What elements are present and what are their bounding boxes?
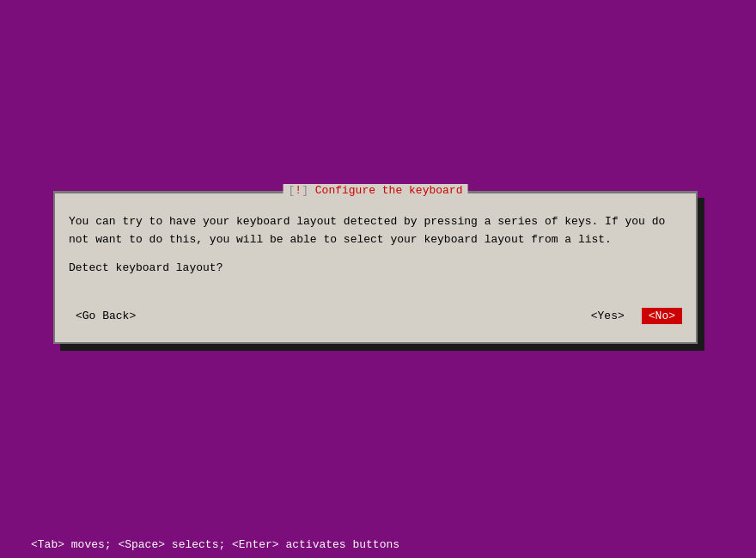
dialog-content: You can try to have your keyboard layout… [55,193,696,301]
go-back-button[interactable]: <Go Back> [69,308,143,324]
no-button[interactable]: <No> [642,308,682,324]
status-bar: <Tab> moves; <Space> selects; <Enter> ac… [0,531,756,558]
dialog-detect-question: Detect keyboard layout? [69,260,682,278]
yes-button[interactable]: <Yes> [584,308,631,324]
screen: [!] Configure the keyboard You can try t… [0,0,756,558]
dialog-buttons: <Go Back> <Yes> <No> [55,301,696,334]
dialog-title: [!] Configure the keyboard [284,184,468,197]
status-bar-text: <Tab> moves; <Space> selects; <Enter> ac… [31,538,399,551]
bracket-right: ] [302,184,308,197]
exclaim-icon: ! [295,184,302,197]
buttons-right: <Yes> <No> [584,308,682,324]
dialog-title-text: Configure the keyboard [315,184,463,197]
dialog: [!] Configure the keyboard You can try t… [53,191,698,344]
dialog-body-text: You can try to have your keyboard layout… [69,213,682,249]
bracket-left: [ [289,184,296,197]
